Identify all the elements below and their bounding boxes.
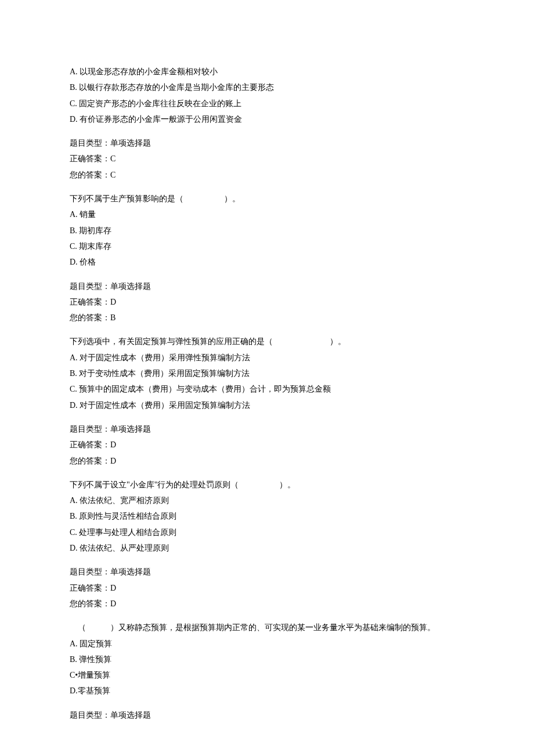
option-d: D.零基预算 [70, 683, 464, 699]
question-stem: （ ）又称静态预算，是根据预算期内正常的、可实现的某一业务量水平为基础来编制的预… [70, 620, 464, 635]
correct-answer-label: 正确答案：D [70, 580, 464, 596]
option-c: C•增量预算 [70, 667, 464, 683]
correct-answer-label: 正确答案：D [70, 437, 464, 453]
your-answer-label: 您的答案：D [70, 596, 464, 612]
option-d: D. 价格 [70, 254, 464, 270]
question-block: 下列选项中，有关固定预算与弹性预算的应用正确的是（ ）。 A. 对于固定性成本（… [70, 334, 464, 468]
your-answer-label: 您的答案：C [70, 167, 464, 183]
option-b: B. 弹性预算 [70, 652, 464, 667]
correct-answer-label: 正确答案：C [70, 151, 464, 167]
option-c: C. 期末库存 [70, 238, 464, 254]
question-stem: 下列不属于设立"小金库"行为的处理处罚原则（ ）。 [70, 477, 464, 493]
option-b: B. 期初库存 [70, 223, 464, 238]
option-b: B. 对于变动性成本（费用）采用固定预算编制方法 [70, 366, 464, 381]
option-a: A. 对于固定性成本（费用）采用弹性预算编制方法 [70, 350, 464, 366]
option-b: B. 以银行存款形态存放的小金库是当期小金库的主要形态 [70, 79, 464, 95]
option-a: A. 销量 [70, 207, 464, 222]
option-b: B. 原则性与灵活性相结合原则 [70, 508, 464, 524]
question-type-label: 题目类型：单项选择题 [70, 564, 464, 580]
option-d: D. 对于固定性成本（费用）采用固定预算编制方法 [70, 397, 464, 413]
correct-answer-label: 正确答案：D [70, 294, 464, 310]
question-type-label: 题目类型：单项选择题 [70, 421, 464, 437]
question-fragment: A. 以现金形态存放的小金库金额相对较小 B. 以银行存款形态存放的小金库是当期… [70, 64, 464, 183]
question-block: （ ）又称静态预算，是根据预算期内正常的、可实现的某一业务量水平为基础来编制的预… [70, 620, 464, 723]
option-c: C. 处理事与处理人相结合原则 [70, 525, 464, 540]
option-c: C. 预算中的固定成本（费用）与变动成本（费用）合计，即为预算总金额 [70, 381, 464, 397]
your-answer-label: 您的答案：B [70, 310, 464, 325]
question-type-label: 题目类型：单项选择题 [70, 135, 464, 151]
option-a: A. 以现金形态存放的小金库金额相对较小 [70, 64, 464, 79]
question-block: 下列不属于生产预算影响的是（ ）。 A. 销量 B. 期初库存 C. 期末库存 … [70, 191, 464, 325]
question-stem: 下列不属于生产预算影响的是（ ）。 [70, 191, 464, 207]
option-d: D. 有价证券形态的小金库一般源于公用闲置资金 [70, 111, 464, 127]
option-a: A. 依法依纪、宽严相济原则 [70, 493, 464, 508]
question-block: 下列不属于设立"小金库"行为的处理处罚原则（ ）。 A. 依法依纪、宽严相济原则… [70, 477, 464, 612]
option-c: C. 固定资产形态的小金库往往反映在企业的账上 [70, 96, 464, 111]
question-stem: 下列选项中，有关固定预算与弹性预算的应用正确的是（ ）。 [70, 334, 464, 349]
option-d: D. 依法依纪、从严处理原则 [70, 540, 464, 556]
question-type-label: 题目类型：单项选择题 [70, 278, 464, 294]
your-answer-label: 您的答案：D [70, 453, 464, 469]
option-a: A. 固定预算 [70, 636, 464, 652]
question-type-label: 题目类型：单项选择题 [70, 707, 464, 723]
